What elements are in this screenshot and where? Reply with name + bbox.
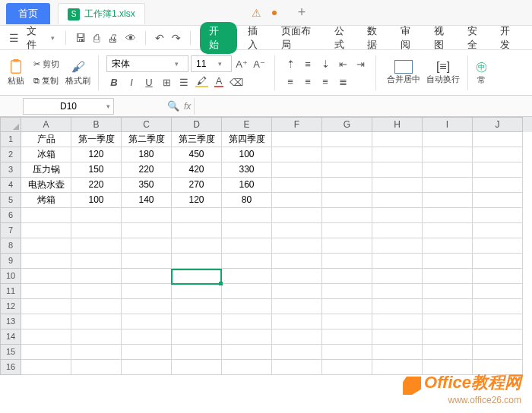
border-button[interactable]: ⊞ bbox=[159, 74, 174, 90]
cell[interactable] bbox=[21, 345, 71, 360]
cell[interactable] bbox=[423, 254, 473, 269]
increase-font-icon[interactable]: A⁺ bbox=[234, 56, 249, 71]
cell[interactable] bbox=[322, 208, 372, 223]
cell[interactable] bbox=[122, 223, 172, 238]
row-header[interactable]: 6 bbox=[0, 208, 21, 223]
cell[interactable] bbox=[272, 147, 322, 162]
tab-view[interactable]: 视图 bbox=[428, 24, 460, 52]
cell[interactable] bbox=[222, 299, 272, 314]
cell[interactable] bbox=[222, 223, 272, 238]
cell[interactable] bbox=[272, 329, 322, 345]
tab-start[interactable]: 开始 bbox=[200, 22, 238, 54]
cell[interactable] bbox=[272, 193, 322, 208]
eraser-icon[interactable]: ⌫ bbox=[229, 74, 244, 90]
decrease-font-icon[interactable]: A⁻ bbox=[252, 56, 267, 71]
cell[interactable]: 产品 bbox=[21, 132, 71, 147]
cell[interactable] bbox=[21, 238, 71, 254]
cell[interactable] bbox=[372, 132, 423, 147]
cell[interactable] bbox=[172, 208, 222, 223]
row-header[interactable]: 16 bbox=[0, 360, 21, 375]
row-header[interactable]: 3 bbox=[0, 162, 21, 178]
redo-icon[interactable]: ↷ bbox=[169, 30, 184, 46]
cell[interactable] bbox=[372, 147, 423, 162]
cell[interactable] bbox=[473, 314, 523, 329]
underline-button[interactable]: U bbox=[141, 74, 157, 90]
tab-review[interactable]: 审阅 bbox=[394, 24, 426, 52]
fill-color-button[interactable]: 🖍 bbox=[194, 74, 209, 90]
cell[interactable] bbox=[172, 238, 222, 254]
col-header[interactable]: C bbox=[122, 117, 172, 132]
cell[interactable] bbox=[21, 254, 71, 269]
cell[interactable] bbox=[322, 193, 372, 208]
cell[interactable]: 第四季度 bbox=[222, 132, 272, 147]
row-header[interactable]: 5 bbox=[0, 193, 21, 208]
fx-icon[interactable]: fx bbox=[184, 101, 191, 112]
cell[interactable]: 80 bbox=[222, 193, 272, 208]
cell[interactable]: 350 bbox=[122, 178, 172, 193]
cell[interactable] bbox=[272, 360, 322, 375]
cell[interactable] bbox=[372, 314, 423, 329]
tab-dev[interactable]: 开发 bbox=[494, 24, 526, 52]
cell[interactable] bbox=[423, 269, 473, 284]
col-header[interactable]: G bbox=[322, 117, 372, 132]
hamburger-icon[interactable]: ☰ bbox=[6, 30, 22, 46]
cell[interactable] bbox=[372, 193, 423, 208]
indent-right-icon[interactable]: ⇥ bbox=[353, 56, 368, 71]
tab-insert[interactable]: 插入 bbox=[242, 24, 274, 52]
cell[interactable] bbox=[322, 132, 372, 147]
cell[interactable]: 烤箱 bbox=[21, 193, 71, 208]
copy-button[interactable]: ⧉复制 bbox=[30, 74, 62, 88]
row-header[interactable]: 14 bbox=[0, 329, 21, 345]
cell[interactable]: 压力锅 bbox=[21, 162, 71, 178]
col-header[interactable]: F bbox=[272, 117, 322, 132]
cell[interactable] bbox=[71, 269, 122, 284]
cell[interactable]: 330 bbox=[222, 162, 272, 178]
col-header[interactable]: I bbox=[423, 117, 473, 132]
cell[interactable] bbox=[372, 254, 423, 269]
cell[interactable] bbox=[21, 299, 71, 314]
cell[interactable] bbox=[122, 254, 172, 269]
cell[interactable] bbox=[372, 299, 423, 314]
font-size-select[interactable]: 11▾ bbox=[191, 55, 232, 72]
cell[interactable] bbox=[473, 329, 523, 345]
cell[interactable]: 160 bbox=[222, 178, 272, 193]
cell[interactable] bbox=[372, 178, 423, 193]
cell[interactable] bbox=[21, 223, 71, 238]
cell[interactable]: 150 bbox=[71, 162, 122, 178]
cell[interactable] bbox=[473, 299, 523, 314]
cell[interactable] bbox=[222, 238, 272, 254]
cell[interactable] bbox=[473, 269, 523, 284]
cell[interactable] bbox=[322, 162, 372, 178]
cell[interactable] bbox=[172, 314, 222, 329]
row-header[interactable]: 9 bbox=[0, 254, 21, 269]
cell[interactable]: 冰箱 bbox=[21, 147, 71, 162]
cell[interactable] bbox=[423, 223, 473, 238]
cell[interactable] bbox=[473, 178, 523, 193]
cell[interactable] bbox=[372, 208, 423, 223]
font-color-button[interactable]: A bbox=[211, 74, 226, 90]
cell[interactable] bbox=[473, 223, 523, 238]
cell[interactable] bbox=[322, 284, 372, 299]
col-header[interactable]: J bbox=[473, 117, 523, 132]
search-icon[interactable]: 🔍 bbox=[167, 100, 179, 112]
cell[interactable] bbox=[423, 329, 473, 345]
cell[interactable] bbox=[423, 193, 473, 208]
save-as-icon[interactable]: ⎙ bbox=[90, 30, 103, 46]
formula-bar[interactable] bbox=[194, 98, 532, 115]
cell[interactable] bbox=[71, 284, 122, 299]
tab-security[interactable]: 安全 bbox=[461, 24, 493, 52]
col-header[interactable]: D bbox=[172, 117, 222, 132]
cell[interactable] bbox=[372, 329, 423, 345]
cell[interactable]: 120 bbox=[71, 147, 122, 162]
tab-formula[interactable]: 公式 bbox=[328, 24, 360, 52]
cell[interactable] bbox=[222, 269, 272, 284]
cell[interactable]: 第三季度 bbox=[172, 132, 222, 147]
col-header[interactable]: E bbox=[222, 117, 272, 132]
cell[interactable] bbox=[322, 345, 372, 360]
cell[interactable] bbox=[71, 299, 122, 314]
align-right-icon[interactable]: ≡ bbox=[318, 74, 333, 89]
cell[interactable]: 100 bbox=[222, 147, 272, 162]
col-header[interactable]: B bbox=[71, 117, 122, 132]
cell[interactable] bbox=[172, 299, 222, 314]
cell[interactable] bbox=[71, 314, 122, 329]
